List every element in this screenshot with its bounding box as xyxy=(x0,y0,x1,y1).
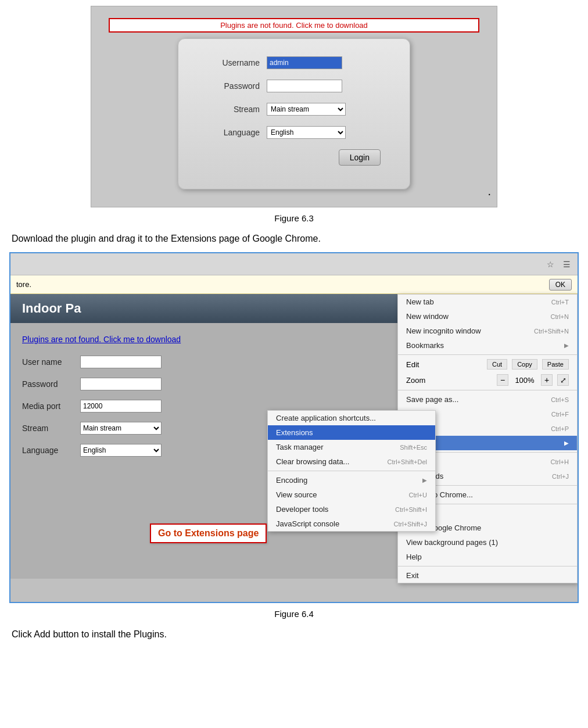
cam-mediaport-label: Media port xyxy=(22,401,80,411)
goto-extensions-tooltip: Go to Extensions page xyxy=(150,523,267,543)
copy-button[interactable]: Copy xyxy=(512,359,537,370)
menu-view-bg[interactable]: View background pages (1) xyxy=(398,535,577,550)
submenu-developer-tools[interactable]: Developer tools Ctrl+Shift+I xyxy=(268,502,435,517)
zoom-minus-button[interactable]: − xyxy=(497,374,508,386)
menu-edit-row: Edit Cut Copy Paste xyxy=(398,357,577,372)
description-text: Download the plugin and drag it to the E… xyxy=(12,234,576,244)
submenu-task-manager[interactable]: Task manager Shift+Esc xyxy=(268,440,435,454)
submenu-view-source[interactable]: View source Ctrl+U xyxy=(268,487,435,502)
submenu-create-shortcut[interactable]: Create application shortcuts... xyxy=(268,411,435,425)
cam-mediaport-input[interactable] xyxy=(80,400,162,413)
menu-sep-1 xyxy=(398,354,577,355)
ok-button[interactable]: OK xyxy=(549,279,572,291)
cam-stream-label: Stream xyxy=(22,424,80,433)
language-row: Language English xyxy=(207,126,381,139)
cam-stream-select[interactable]: Main stream xyxy=(80,422,162,435)
menu-incognito[interactable]: New incognito window Ctrl+Shift+N xyxy=(398,324,577,338)
submenu-sep-1 xyxy=(268,471,435,471)
submenu-clear-browsing[interactable]: Clear browsing data... Ctrl+Shift+Del xyxy=(268,454,435,469)
figure63-screenshot: Plugins are not found. Click me to downl… xyxy=(91,6,497,207)
bottom-text: Click Add button to install the Plugins. xyxy=(12,629,576,640)
login-panel-63: Username Password Stream Main stream Lan… xyxy=(178,38,410,189)
paste-button[interactable]: Paste xyxy=(542,359,569,370)
tools-submenu: Create application shortcuts... Extensio… xyxy=(267,410,436,532)
menu-exit[interactable]: Exit xyxy=(398,568,577,583)
password-input[interactable] xyxy=(267,80,342,92)
main-content-area: Indoor Pa Plugins are not found. Click m… xyxy=(10,294,578,602)
submenu-encoding[interactable]: Encoding ▶ xyxy=(268,473,435,487)
submenu-js-console[interactable]: JavaScript console Ctrl+Shift+J xyxy=(268,517,435,531)
menu-save-page[interactable]: Save page as... Ctrl+S xyxy=(398,392,577,407)
cut-button[interactable]: Cut xyxy=(487,359,507,370)
password-label: Password xyxy=(207,81,260,91)
cam-language-select[interactable]: English xyxy=(80,444,162,457)
figure63-container: Plugins are not found. Click me to downl… xyxy=(12,6,576,223)
login-btn-row-63: Login xyxy=(207,149,381,166)
zoom-fullscreen-button[interactable]: ⤢ xyxy=(557,374,569,386)
cam-username-input[interactable] xyxy=(80,356,162,368)
stream-label: Stream xyxy=(207,105,260,114)
menu-icon[interactable]: ☰ xyxy=(560,258,573,271)
figure64-container: ☆ ☰ tore. OK Indoor Pa Plugins are not f… xyxy=(12,252,576,619)
username-input[interactable] xyxy=(267,56,342,69)
cam-language-label: Language xyxy=(22,446,80,455)
stream-row: Stream Main stream xyxy=(207,103,381,116)
notification-bar: tore. OK xyxy=(10,275,578,294)
cam-username-label: User name xyxy=(22,357,80,367)
figure63-caption: Figure 6.3 xyxy=(274,213,314,223)
password-row: Password xyxy=(207,80,381,92)
language-select[interactable]: English xyxy=(267,126,346,139)
figure64-caption: Figure 6.4 xyxy=(274,609,314,619)
zoom-value: 100% xyxy=(513,376,536,385)
menu-help[interactable]: Help xyxy=(398,550,577,564)
plugin-warning-63[interactable]: Plugins are not found. Click me to downl… xyxy=(109,18,479,33)
period-dot: . xyxy=(487,185,491,198)
submenu-extensions[interactable]: Extensions xyxy=(268,425,435,440)
stream-select[interactable]: Main stream xyxy=(267,103,346,116)
menu-sep-6 xyxy=(398,566,577,566)
username-row: Username xyxy=(207,56,381,69)
username-label: Username xyxy=(207,58,260,67)
star-icon[interactable]: ☆ xyxy=(544,258,557,271)
figure64-screenshot: ☆ ☰ tore. OK Indoor Pa Plugins are not f… xyxy=(9,252,579,603)
login-button-63[interactable]: Login xyxy=(339,149,381,166)
menu-new-tab[interactable]: New tab Ctrl+T xyxy=(398,295,577,309)
chrome-toolbar: ☆ ☰ xyxy=(10,253,578,275)
toolbar-icons: ☆ ☰ xyxy=(544,258,573,271)
cam-password-input[interactable] xyxy=(80,378,162,390)
menu-new-window[interactable]: New window Ctrl+N xyxy=(398,309,577,324)
menu-sep-2 xyxy=(398,390,577,390)
menu-zoom-row: Zoom − 100% + ⤢ xyxy=(398,372,577,388)
notification-text: tore. xyxy=(16,280,543,289)
language-label: Language xyxy=(207,128,260,137)
zoom-plus-button[interactable]: + xyxy=(541,374,553,386)
cam-password-label: Password xyxy=(22,379,80,389)
menu-bookmarks[interactable]: Bookmarks ▶ xyxy=(398,338,577,353)
